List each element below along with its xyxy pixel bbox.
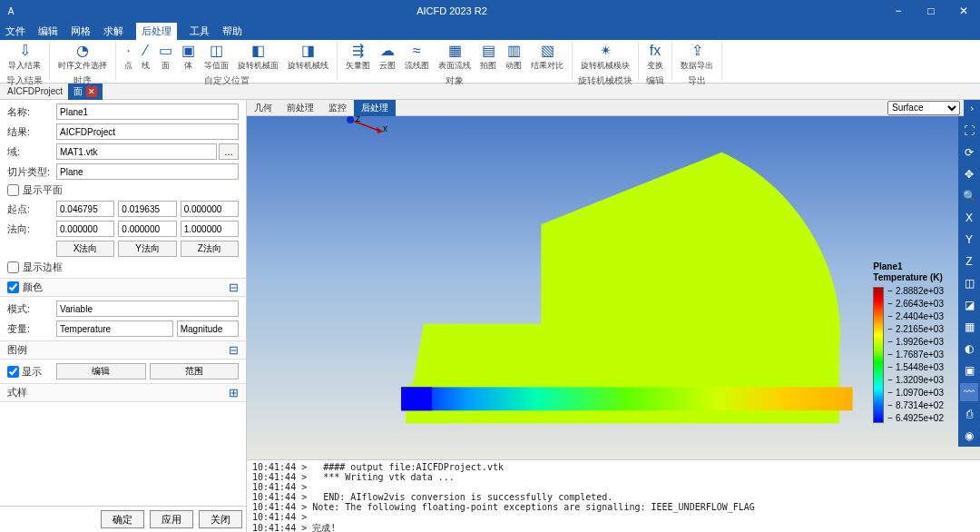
plot-icon[interactable]: 〰 (960, 383, 978, 401)
result-input[interactable] (56, 123, 239, 140)
ribbon-旋转机械模块[interactable]: ✴旋转机械模块 (576, 42, 634, 74)
edit-legend-button[interactable]: 编辑 (56, 363, 146, 379)
close-panel-button[interactable]: 关闭 (199, 510, 242, 528)
svg-text:z: z (356, 116, 360, 123)
menu-postprocess[interactable]: 后处理 (136, 23, 177, 40)
showedge-checkbox[interactable] (7, 261, 19, 273)
menu-edit[interactable]: 编辑 (38, 25, 58, 38)
menu-help[interactable]: 帮助 (222, 25, 242, 38)
ribbon-group-label: 编辑 (646, 74, 664, 87)
svg-line-5 (350, 120, 379, 131)
shaded-icon[interactable]: ◐ (960, 340, 978, 358)
project-subtab-label: 面 (74, 85, 83, 98)
menu-mesh[interactable]: 网格 (71, 25, 91, 38)
display-mode-dropdown[interactable]: Surface (887, 101, 960, 115)
perspective-icon[interactable]: ◪ (960, 296, 978, 314)
ribbon-旋转机械线[interactable]: ◨旋转机械线 (283, 42, 333, 74)
tab-geometry[interactable]: 几何 (247, 100, 279, 116)
name-input[interactable] (56, 103, 239, 120)
ribbon-表面流线[interactable]: ▦表面流线 (434, 42, 475, 74)
ribbon-流线图[interactable]: ≈流线图 (400, 42, 434, 74)
yview-icon[interactable]: Y (960, 231, 978, 249)
pan-icon[interactable]: ✥ (960, 165, 978, 183)
show-label: 显示 (22, 365, 42, 379)
minimize-button[interactable]: − (882, 0, 915, 22)
ok-button[interactable]: 确定 (101, 510, 144, 528)
variable-input[interactable] (56, 320, 173, 337)
expand-icon[interactable]: ⊞ (226, 386, 240, 399)
slicetype-input[interactable] (56, 163, 239, 180)
color-section-label: 颜色 (23, 281, 226, 294)
legend-section[interactable]: 图例 ⊟ (0, 340, 246, 360)
show-legend-checkbox[interactable] (7, 366, 19, 378)
side-toolbar: ⛶ ⟳ ✥ 🔍 X Y Z ◫ ◪ ▦ ◐ ▣ 〰 ⎙ ◉ (958, 116, 980, 447)
camera-icon[interactable]: ◉ (960, 427, 978, 445)
magnitude-input[interactable] (177, 320, 239, 337)
close-subtab-icon[interactable]: ✕ (86, 86, 97, 97)
showplane-checkbox[interactable] (7, 184, 19, 196)
project-tab-label[interactable]: AICFDProject (2, 84, 68, 98)
ribbon-数据导出[interactable]: ⇪数据导出 (676, 42, 718, 74)
zview-icon[interactable]: Z (960, 252, 978, 271)
menu-solve[interactable]: 求解 (103, 25, 123, 38)
domain-browse-button[interactable]: … (219, 143, 239, 160)
screenshot-icon[interactable]: ⎙ (960, 405, 978, 423)
legend-tick: − 2.2165e+03 (887, 325, 944, 334)
color-section[interactable]: 颜色 ⊟ (0, 278, 246, 297)
style-section-label: 式样 (0, 386, 226, 399)
tab-preprocess[interactable]: 前处理 (279, 100, 321, 116)
tab-monitor[interactable]: 监控 (321, 100, 354, 116)
ribbon-动图[interactable]: ▥动图 (501, 42, 526, 74)
ribbon-等值面[interactable]: ◫等值面 (200, 42, 233, 74)
domain-input[interactable] (56, 143, 217, 160)
ribbon-导入结果[interactable]: ⇩导入结果 (4, 42, 45, 74)
menu-tools[interactable]: 工具 (190, 25, 210, 38)
ribbon-面[interactable]: ▭面 (154, 42, 177, 74)
origin-y-input[interactable] (118, 201, 176, 217)
menu-file[interactable]: 文件 (5, 25, 25, 38)
color-checkbox[interactable] (7, 281, 19, 293)
mode-label: 模式: (7, 302, 56, 316)
ribbon-点[interactable]: ·点 (120, 42, 137, 74)
ribbon-拍图[interactable]: ▤拍图 (475, 42, 501, 74)
isoview-icon[interactable]: ◫ (960, 274, 978, 292)
project-subtab[interactable]: 面 ✕ (68, 84, 103, 100)
style-section[interactable]: 式样 ⊞ (0, 383, 246, 402)
range-legend-button[interactable]: 范围 (150, 363, 240, 379)
origin-x-input[interactable] (56, 201, 114, 217)
tab-postprocess[interactable]: 后处理 (354, 100, 396, 116)
background-icon[interactable]: ▣ (960, 361, 978, 379)
x-axis-button[interactable]: X法向 (56, 241, 114, 257)
console[interactable]: 10:41:44 > #### output file:AICFDProject… (247, 459, 980, 532)
zoom-icon[interactable]: 🔍 (960, 187, 978, 205)
origin-z-input[interactable] (181, 201, 239, 217)
ribbon-矢量图[interactable]: ⇶矢量图 (341, 42, 375, 74)
ribbon-云图[interactable]: ☁云图 (375, 42, 400, 74)
hide-sidebar-button[interactable]: › (964, 100, 980, 116)
normal-y-input[interactable] (118, 221, 176, 237)
xview-icon[interactable]: X (960, 209, 978, 227)
ribbon-旋转机械面[interactable]: ◧旋转机械面 (233, 42, 283, 74)
normal-z-input[interactable] (181, 221, 239, 237)
ribbon-线[interactable]: ⁄线 (137, 42, 154, 74)
z-axis-button[interactable]: Z法向 (181, 241, 239, 257)
ribbon-时序文件选择[interactable]: ◔时序文件选择 (54, 42, 112, 74)
variable-label: 变量: (7, 322, 56, 336)
legend-tick: − 6.4925e+02 (887, 414, 944, 423)
collapse-icon[interactable]: ⊟ (226, 343, 240, 357)
apply-button[interactable]: 应用 (150, 510, 193, 528)
ribbon-体[interactable]: ▣体 (177, 42, 200, 74)
y-axis-button[interactable]: Y法向 (118, 241, 176, 257)
mode-input[interactable] (56, 300, 239, 317)
close-button[interactable]: ✕ (947, 0, 980, 22)
fit-view-icon[interactable]: ⛶ (960, 122, 978, 140)
collapse-icon[interactable]: ⊟ (226, 281, 240, 294)
maximize-button[interactable]: □ (915, 0, 947, 22)
wireframe-icon[interactable]: ▦ (960, 318, 978, 336)
ribbon-结果对比[interactable]: ▧结果对比 (526, 42, 568, 74)
viewport[interactable]: y x z Plane1 Temperature (K) − 2.8882e+0… (247, 116, 980, 459)
titlebar: A AICFD 2023 R2 − □ ✕ (0, 0, 980, 22)
ribbon-变换[interactable]: fx变换 (642, 42, 668, 74)
rotate-icon[interactable]: ⟳ (960, 143, 978, 162)
normal-x-input[interactable] (56, 221, 114, 237)
